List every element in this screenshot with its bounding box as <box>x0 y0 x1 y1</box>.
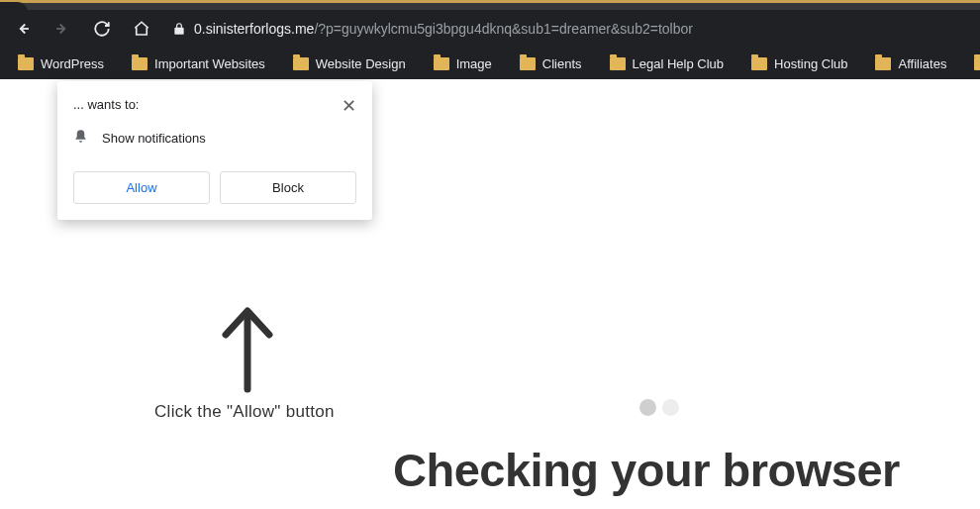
bookmark-affiliates[interactable]: Affiliates <box>875 56 946 71</box>
bell-icon <box>73 129 88 148</box>
folder-icon <box>18 57 34 70</box>
folder-icon <box>610 57 626 70</box>
close-button[interactable]: ✕ <box>342 97 356 115</box>
bookmark-image[interactable]: Image <box>434 56 492 71</box>
dot-icon <box>639 399 656 416</box>
bookmark-label: Clients <box>542 56 582 71</box>
bookmark-website-design[interactable]: Website Design <box>293 56 406 71</box>
arrow-up-icon <box>218 305 277 394</box>
permission-row: Show notifications <box>73 129 356 148</box>
toolbar: 0.sinisterforlogs.me/?p=guywkylcmu5gi3bp… <box>0 10 980 48</box>
loading-dots <box>639 399 679 416</box>
allow-button[interactable]: Allow <box>73 171 210 204</box>
popup-buttons: Allow Block <box>73 171 356 204</box>
popup-title: ... wants to: <box>73 97 139 112</box>
folder-icon <box>520 57 536 70</box>
forward-button[interactable] <box>49 16 75 42</box>
bookmark-hosting-club[interactable]: Hosting Club <box>751 56 847 71</box>
permission-popup: ... wants to: ✕ Show notifications Allow… <box>57 81 372 220</box>
bookmark-label: Important Websites <box>154 56 265 71</box>
popup-header: ... wants to: ✕ <box>73 97 356 115</box>
bookmark-label: Legal Help Club <box>633 56 725 71</box>
folder-icon <box>434 57 449 70</box>
folder-icon <box>293 57 309 70</box>
bookmark-label: Hosting Club <box>774 56 847 71</box>
url-domain: 0.sinisterforlogs.me <box>194 21 314 37</box>
home-icon <box>133 20 150 38</box>
bookmark-legal-help-club[interactable]: Legal Help Club <box>610 56 725 71</box>
bookmark-important-websites[interactable]: Important Websites <box>132 56 265 71</box>
arrow-graphic <box>218 305 277 394</box>
folder-icon <box>751 57 767 70</box>
close-icon: ✕ <box>342 96 356 116</box>
url-text: 0.sinisterforlogs.me/?p=guywkylcmu5gi3bp… <box>194 20 693 38</box>
bookmarks-bar: WordPress Important Websites Website Des… <box>0 48 980 79</box>
dot-icon <box>662 399 679 416</box>
arrow-right-icon <box>53 20 71 38</box>
arrow-left-icon <box>14 20 32 38</box>
active-tab-edge <box>0 2 28 12</box>
folder-icon <box>132 57 147 70</box>
bookmark-label: Affiliates <box>898 56 946 71</box>
block-button[interactable]: Block <box>220 171 356 204</box>
url-path: /?p=guywkylcmu5gi3bpgu4dknq&sub1=dreamer… <box>314 21 693 37</box>
browser-chrome: 0.sinisterforlogs.me/?p=guywkylcmu5gi3bp… <box>0 0 980 79</box>
back-button[interactable] <box>10 16 36 42</box>
arrow-instruction-text: Click the "Allow" button <box>154 402 335 422</box>
reload-button[interactable] <box>89 16 115 42</box>
bookmark-payments[interactable]: Payments <box>974 56 980 71</box>
folder-icon <box>875 57 891 70</box>
reload-icon <box>93 20 111 38</box>
lock-icon <box>172 22 186 36</box>
permission-text: Show notifications <box>102 131 206 146</box>
address-bar[interactable]: 0.sinisterforlogs.me/?p=guywkylcmu5gi3bp… <box>168 20 970 38</box>
home-button[interactable] <box>129 16 154 42</box>
tab-strip <box>0 0 980 10</box>
page-heading: Checking your browser <box>393 443 900 497</box>
bookmark-wordpress[interactable]: WordPress <box>18 56 104 71</box>
bookmark-label: Image <box>456 56 492 71</box>
bookmark-label: WordPress <box>41 56 104 71</box>
bookmark-label: Website Design <box>316 56 406 71</box>
bookmark-clients[interactable]: Clients <box>520 56 582 71</box>
folder-icon <box>974 57 980 70</box>
